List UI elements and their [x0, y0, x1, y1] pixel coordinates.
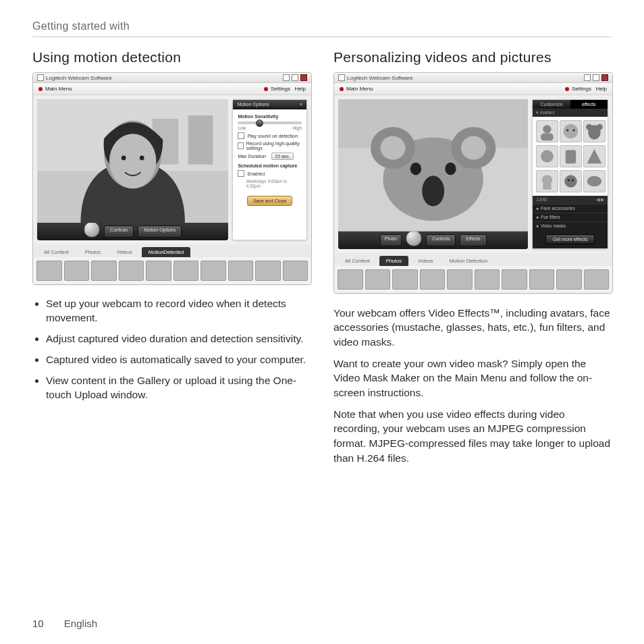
- gallery-thumb[interactable]: [475, 269, 500, 290]
- main-menu-link[interactable]: Main Menu: [38, 86, 72, 92]
- controls-button[interactable]: Controls: [104, 225, 134, 238]
- category-video-masks[interactable]: ▸ Video masks: [533, 221, 608, 230]
- screenshot-motion-detection: Logitech Webcam Software Main Menu Setti…: [32, 72, 312, 285]
- gallery-thumb[interactable]: [91, 261, 117, 281]
- avatar-thumb[interactable]: [560, 120, 582, 142]
- gallery-thumb[interactable]: [529, 269, 555, 290]
- avatar-thumb[interactable]: [560, 170, 582, 192]
- svg-rect-19: [541, 134, 554, 141]
- gallery-thumb[interactable]: [338, 269, 363, 290]
- avatar-thumb[interactable]: [560, 145, 582, 167]
- save-and-close-button[interactable]: Save and Close: [247, 196, 292, 206]
- tab-effects[interactable]: effects: [570, 100, 608, 109]
- avatar-counter-row: 13/40 ◀ ▶: [533, 196, 608, 204]
- tab-all-content[interactable]: All Content: [338, 256, 377, 266]
- gallery-thumb[interactable]: [365, 269, 391, 290]
- panel-close-icon[interactable]: ×: [300, 102, 302, 107]
- tab-photos[interactable]: Photos: [78, 247, 107, 257]
- tab-videos[interactable]: Videos: [110, 247, 139, 257]
- controls-button[interactable]: Controls: [426, 234, 456, 246]
- minimize-icon[interactable]: [584, 74, 591, 81]
- main-menu-link[interactable]: Main Menu: [340, 86, 373, 92]
- avatar-thumb[interactable]: [583, 145, 606, 167]
- settings-link[interactable]: Settings: [264, 86, 290, 92]
- gallery-thumb[interactable]: [283, 261, 308, 281]
- preview-image: [338, 99, 528, 232]
- svg-point-17: [422, 176, 444, 206]
- svg-point-5: [109, 134, 157, 188]
- manual-page: Getting started with Using motion detect…: [0, 0, 644, 644]
- avatar-thumb[interactable]: [536, 120, 558, 142]
- max-duration-select[interactable]: 15 sec.: [271, 153, 294, 160]
- header-breadcrumb: Getting started with: [32, 20, 130, 32]
- mode-label: Photo: [385, 236, 397, 241]
- maximize-icon[interactable]: [593, 74, 599, 81]
- motion-options-button[interactable]: Motion Options: [138, 225, 182, 238]
- help-link[interactable]: Help: [295, 86, 306, 92]
- minimize-icon[interactable]: [283, 74, 290, 81]
- gallery-thumb[interactable]: [228, 261, 254, 281]
- option-play-sound[interactable]: Play sound on detection: [238, 132, 302, 139]
- window-title: Logitech Webcam Software: [347, 75, 413, 81]
- gallery-thumb[interactable]: [447, 269, 473, 290]
- gallery-thumb[interactable]: [119, 261, 144, 281]
- avatar-thumb[interactable]: [536, 145, 558, 167]
- close-icon[interactable]: [300, 74, 307, 81]
- svg-point-22: [573, 129, 575, 131]
- category-fun-filters[interactable]: ▸ Fun filters: [533, 213, 608, 221]
- checkbox-icon[interactable]: [238, 170, 244, 177]
- tab-all-content[interactable]: All Content: [37, 247, 76, 257]
- tab-videos[interactable]: Videos: [411, 256, 440, 266]
- webcam-preview: Photo Controls Effects: [338, 99, 528, 249]
- checkbox-icon[interactable]: [238, 142, 243, 149]
- right-section-title: Personalizing videos and pictures: [333, 49, 612, 65]
- app-toolbar: Main Menu Settings Help: [334, 83, 612, 95]
- tab-photos[interactable]: Photos: [379, 256, 408, 266]
- get-more-effects-button[interactable]: Get more effects: [545, 234, 595, 244]
- avatar-thumb[interactable]: [583, 120, 606, 142]
- svg-point-6: [122, 156, 126, 161]
- avatar-thumb[interactable]: [536, 170, 558, 192]
- tab-motion-detected[interactable]: MotionDetected: [142, 247, 191, 257]
- two-column-layout: Using motion detection Logitech Webcam S…: [32, 49, 612, 473]
- settings-link[interactable]: Settings: [565, 86, 591, 92]
- gallery-thumb[interactable]: [64, 261, 90, 281]
- option-high-quality[interactable]: Record using high-quality settings: [238, 141, 302, 151]
- close-icon[interactable]: [601, 74, 608, 81]
- window-titlebar: Logitech Webcam Software: [33, 73, 311, 83]
- gallery-thumb[interactable]: [502, 269, 527, 290]
- mode-photo-button[interactable]: Photo: [380, 234, 402, 246]
- category-face-accessories[interactable]: ▸ Face accessories: [533, 204, 608, 213]
- capture-button[interactable]: [406, 230, 422, 246]
- tab-customize[interactable]: Customize: [533, 100, 570, 109]
- list-item: Captured video is automatically saved to…: [46, 353, 311, 367]
- right-paragraph: Note that when you use video effects dur…: [333, 407, 612, 466]
- left-section-title: Using motion detection: [32, 49, 311, 65]
- gallery-thumb[interactable]: [584, 269, 610, 290]
- gallery-thumb[interactable]: [146, 261, 171, 281]
- gallery-thumb[interactable]: [556, 269, 582, 290]
- checkbox-icon[interactable]: [238, 132, 244, 139]
- gallery-thumb[interactable]: [392, 269, 418, 290]
- maximize-icon[interactable]: [292, 74, 298, 81]
- sensitivity-slider[interactable]: [238, 122, 302, 124]
- option-scheduled-enabled[interactable]: Enabled: [238, 170, 302, 177]
- record-button[interactable]: [84, 221, 100, 238]
- screenshot-body: Photo Controls Effects Customize effects: [334, 95, 612, 253]
- gallery-thumb[interactable]: [200, 261, 226, 281]
- gallery-thumb[interactable]: [36, 261, 62, 281]
- svg-point-21: [566, 129, 568, 131]
- effects-panel: Customize effects ▾ Avatars: [532, 99, 608, 249]
- gallery-thumb[interactable]: [173, 261, 199, 281]
- svg-point-16: [445, 163, 456, 176]
- gallery-thumb[interactable]: [420, 269, 446, 290]
- svg-point-15: [410, 163, 421, 176]
- gallery-tabs: All Content Photos Videos Motion Detecti…: [334, 253, 612, 266]
- help-link[interactable]: Help: [596, 86, 607, 92]
- tab-motion-detected[interactable]: Motion Detection: [443, 256, 494, 266]
- avatar-thumb[interactable]: [583, 170, 606, 192]
- gallery-strip: [334, 266, 612, 293]
- svg-rect-3: [188, 115, 213, 164]
- effects-button[interactable]: Effects: [460, 234, 486, 246]
- gallery-thumb[interactable]: [255, 261, 281, 281]
